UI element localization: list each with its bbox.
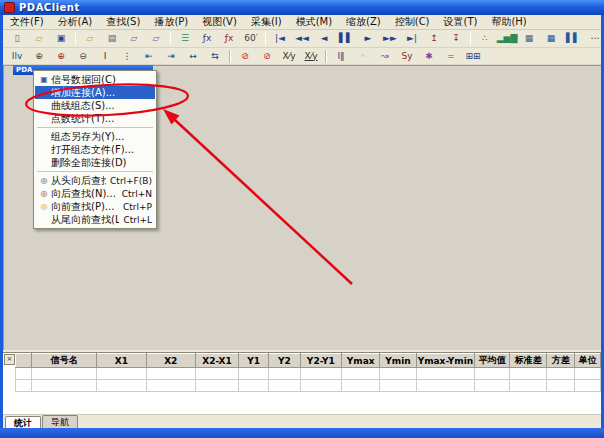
menu-settings[interactable]: 设置(T) — [437, 14, 485, 30]
table-cell[interactable] — [547, 368, 575, 380]
ctx-search-forward[interactable]: ◎向前查找(P)...Ctrl+P — [35, 200, 155, 213]
table-cell[interactable] — [239, 368, 269, 380]
equals-icon[interactable]: = — [441, 48, 461, 64]
signal-tree-icon[interactable]: ☰ — [175, 31, 195, 47]
function-blue-icon[interactable]: ƒx — [197, 31, 217, 47]
ctx-search-from-tail[interactable]: 从尾向前查找(L)...Ctrl+L — [35, 213, 155, 226]
table-cell[interactable] — [32, 380, 97, 392]
title-bar[interactable]: PDAClient — [0, 0, 604, 15]
xy-icon[interactable]: X⁄y — [279, 48, 299, 64]
no-sync-q-icon[interactable]: ⊘ — [257, 48, 277, 64]
scatter-icon[interactable]: ∴ — [475, 31, 495, 47]
menu-help[interactable]: 帮助(H) — [484, 14, 533, 30]
skip-end-icon[interactable]: ►| — [402, 31, 422, 47]
table-cell[interactable] — [239, 380, 269, 392]
menu-acquisition[interactable]: 采集(I) — [244, 14, 289, 30]
menu-zoom[interactable]: 缩放(Z) — [339, 14, 388, 30]
grid-icon[interactable]: ▦ — [519, 31, 539, 47]
panel-close-button[interactable]: × — [4, 354, 15, 365]
menu-analysis[interactable]: 分析(A) — [51, 14, 100, 30]
table-cell[interactable] — [16, 368, 32, 380]
paw-icon[interactable]: ✱ — [419, 48, 439, 64]
table-cell[interactable] — [575, 380, 601, 392]
print-icon[interactable]: ▤ — [102, 31, 122, 47]
column-header[interactable]: 平均值 — [475, 354, 510, 368]
ctx-signal-playback[interactable]: ▣信号数据回(C) — [35, 73, 155, 86]
table-cell[interactable] — [97, 368, 146, 380]
table-cell[interactable] — [547, 380, 575, 392]
column-header[interactable]: Ymin — [380, 354, 416, 368]
zoom-in-icon[interactable]: ⊕ — [29, 48, 49, 64]
collapse-right-icon[interactable]: ⇥ — [161, 48, 181, 64]
grid-88-icon[interactable]: ⊞⊞ — [463, 48, 483, 64]
new-file-icon[interactable]: ▯ — [7, 31, 27, 47]
table-cell[interactable] — [97, 380, 146, 392]
column-header[interactable]: 信号名 — [32, 354, 97, 368]
bar-chart-icon[interactable]: ▂▅▇ — [497, 31, 517, 47]
fast-forward-icon[interactable]: ►► — [380, 31, 400, 47]
table-cell[interactable] — [475, 380, 510, 392]
play-icon[interactable]: ► — [358, 31, 378, 47]
pause-icon[interactable]: ▌▌ — [336, 31, 356, 47]
column-header[interactable]: Y1 — [239, 354, 269, 368]
table-cell[interactable] — [342, 380, 380, 392]
no-sync-icon[interactable]: ⊘ — [235, 48, 255, 64]
table-cell[interactable] — [269, 368, 301, 380]
menu-mode[interactable]: 模式(M) — [289, 14, 339, 30]
table-cell[interactable] — [195, 380, 238, 392]
table-cell[interactable] — [416, 368, 475, 380]
time-60-icon[interactable]: 60′ — [241, 31, 261, 47]
open-folder-icon[interactable]: ▱ — [29, 31, 49, 47]
function-red-icon[interactable]: ƒx — [219, 31, 239, 47]
column-header[interactable]: Ymax — [342, 354, 380, 368]
xy-underline-icon[interactable]: X⁄y — [301, 48, 321, 64]
menu-search[interactable]: 查找(S) — [99, 14, 147, 30]
swap-h-icon[interactable]: ⇆ — [205, 48, 225, 64]
sy-icon[interactable]: Sy — [397, 48, 417, 64]
table-row[interactable] — [16, 368, 601, 380]
table-cell[interactable] — [16, 380, 32, 392]
table-cell[interactable] — [380, 380, 416, 392]
table-cell[interactable] — [146, 368, 195, 380]
columns-icon[interactable]: ▌▌ — [563, 31, 583, 47]
column-header[interactable]: 方差 — [547, 354, 575, 368]
table-icon[interactable]: ▦ — [541, 31, 561, 47]
skip-start-icon[interactable]: |◄ — [270, 31, 290, 47]
table-row[interactable] — [16, 380, 601, 392]
column-header[interactable]: X2 — [146, 354, 195, 368]
column-header[interactable]: Ymax-Ymin — [416, 354, 475, 368]
column-header[interactable]: X1 — [97, 354, 146, 368]
readout-icon[interactable]: I‖ — [331, 48, 351, 64]
cursor-ibeam-icon[interactable]: I — [95, 48, 115, 64]
column-header[interactable]: Y2 — [269, 354, 301, 368]
jump-down-icon[interactable]: ↧ — [446, 31, 466, 47]
curves-icon[interactable]: Ilv — [7, 48, 27, 64]
table-cell[interactable] — [475, 368, 510, 380]
window-frame-bottom[interactable] — [0, 428, 604, 438]
column-header[interactable] — [16, 354, 32, 368]
column-header[interactable]: 单位 — [575, 354, 601, 368]
menu-control[interactable]: 控制(C) — [388, 14, 437, 30]
ctx-point-stats[interactable]: 点数统计(T)... — [35, 112, 155, 125]
ctx-delete-all-connections[interactable]: 删除全部连接(D) — [35, 156, 155, 169]
table-cell[interactable] — [342, 368, 380, 380]
step-back-icon[interactable]: ◄ — [314, 31, 334, 47]
tab-navigation[interactable]: 导航 — [42, 415, 78, 429]
save-icon[interactable]: ▣ — [51, 31, 71, 47]
jump-icon[interactable]: ↝ — [375, 48, 395, 64]
table-cell[interactable] — [510, 380, 547, 392]
table-cell[interactable] — [146, 380, 195, 392]
ctx-curve-config[interactable]: 曲线组态(S)... — [35, 99, 155, 112]
table-cell[interactable] — [380, 368, 416, 380]
rewind-icon[interactable]: ◄◄ — [292, 31, 312, 47]
column-header[interactable]: 标准差 — [510, 354, 547, 368]
menu-view[interactable]: 视图(V) — [195, 14, 244, 30]
folder-a-icon[interactable]: ▱ — [124, 31, 144, 47]
open-data-icon[interactable]: ▱ — [80, 31, 100, 47]
column-header[interactable]: Y2-Y1 — [300, 354, 341, 368]
folder-b-icon[interactable]: ▱ — [146, 31, 166, 47]
table-cell[interactable] — [575, 368, 601, 380]
zoom-out-icon[interactable]: ⊖ — [73, 48, 93, 64]
table-cell[interactable] — [416, 380, 475, 392]
ctx-open-config-file[interactable]: 打开组态文件(F)... — [35, 143, 155, 156]
